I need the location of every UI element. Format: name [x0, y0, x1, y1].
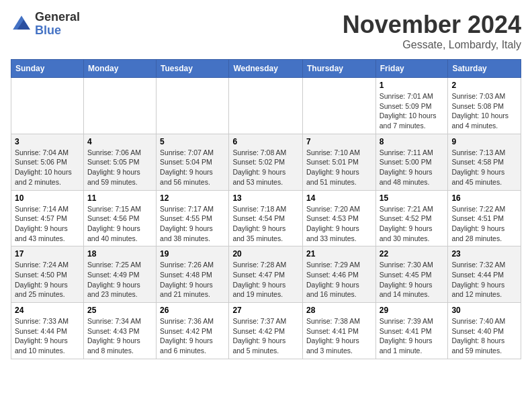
calendar-cell: 13Sunrise: 7:18 AM Sunset: 4:54 PM Dayli… — [229, 190, 303, 246]
calendar-cell: 11Sunrise: 7:15 AM Sunset: 4:56 PM Dayli… — [83, 190, 156, 246]
day-number: 11 — [87, 193, 152, 203]
day-info: Sunrise: 7:36 AM Sunset: 4:42 PM Dayligh… — [160, 316, 225, 356]
calendar-cell: 28Sunrise: 7:38 AM Sunset: 4:41 PM Dayli… — [303, 303, 376, 359]
day-number: 30 — [451, 306, 517, 315]
day-number: 2 — [451, 81, 517, 90]
day-number: 7 — [306, 137, 372, 146]
day-number: 21 — [306, 249, 372, 259]
calendar-cell: 21Sunrise: 7:29 AM Sunset: 4:46 PM Dayli… — [303, 246, 376, 303]
weekday-header-saturday: Saturday — [448, 60, 521, 78]
day-number: 14 — [306, 193, 372, 203]
calendar-cell: 29Sunrise: 7:39 AM Sunset: 4:41 PM Dayli… — [375, 303, 448, 359]
calendar-cell: 8Sunrise: 7:11 AM Sunset: 5:00 PM Daylig… — [375, 134, 448, 190]
day-info: Sunrise: 7:20 AM Sunset: 4:53 PM Dayligh… — [306, 204, 372, 244]
day-number: 23 — [451, 249, 517, 259]
calendar-cell: 19Sunrise: 7:26 AM Sunset: 4:48 PM Dayli… — [157, 246, 229, 303]
day-number: 3 — [15, 137, 80, 146]
day-info: Sunrise: 7:06 AM Sunset: 5:05 PM Dayligh… — [87, 148, 152, 187]
day-number: 10 — [15, 193, 80, 203]
day-info: Sunrise: 7:17 AM Sunset: 4:55 PM Dayligh… — [160, 204, 225, 244]
day-number: 15 — [380, 193, 445, 203]
day-info: Sunrise: 7:32 AM Sunset: 4:44 PM Dayligh… — [451, 260, 517, 300]
day-info: Sunrise: 7:21 AM Sunset: 4:52 PM Dayligh… — [380, 204, 445, 244]
month-title: November 2024 — [343, 11, 521, 39]
calendar-cell: 16Sunrise: 7:22 AM Sunset: 4:51 PM Dayli… — [448, 190, 521, 246]
calendar-cell: 10Sunrise: 7:14 AM Sunset: 4:57 PM Dayli… — [11, 190, 84, 246]
calendar-week-3: 10Sunrise: 7:14 AM Sunset: 4:57 PM Dayli… — [11, 190, 521, 246]
calendar-cell: 17Sunrise: 7:24 AM Sunset: 4:50 PM Dayli… — [11, 246, 84, 303]
day-number: 19 — [160, 249, 225, 259]
day-info: Sunrise: 7:08 AM Sunset: 5:02 PM Dayligh… — [232, 148, 299, 187]
day-info: Sunrise: 7:13 AM Sunset: 4:58 PM Dayligh… — [451, 148, 517, 187]
day-number: 27 — [232, 306, 299, 315]
day-info: Sunrise: 7:34 AM Sunset: 4:43 PM Dayligh… — [87, 316, 152, 356]
day-info: Sunrise: 7:39 AM Sunset: 4:41 PM Dayligh… — [380, 316, 445, 356]
calendar-cell: 25Sunrise: 7:34 AM Sunset: 4:43 PM Dayli… — [83, 303, 156, 359]
calendar-cell — [157, 78, 229, 134]
calendar-week-5: 24Sunrise: 7:33 AM Sunset: 4:44 PM Dayli… — [11, 303, 521, 359]
day-number: 20 — [232, 249, 299, 259]
calendar-cell — [303, 78, 376, 134]
calendar-cell: 14Sunrise: 7:20 AM Sunset: 4:53 PM Dayli… — [303, 190, 376, 246]
day-info: Sunrise: 7:24 AM Sunset: 4:50 PM Dayligh… — [15, 260, 80, 300]
day-info: Sunrise: 7:22 AM Sunset: 4:51 PM Dayligh… — [451, 204, 517, 244]
calendar-cell: 18Sunrise: 7:25 AM Sunset: 4:49 PM Dayli… — [83, 246, 156, 303]
calendar-cell: 20Sunrise: 7:28 AM Sunset: 4:47 PM Dayli… — [229, 246, 303, 303]
calendar-cell: 12Sunrise: 7:17 AM Sunset: 4:55 PM Dayli… — [157, 190, 229, 246]
day-number: 9 — [451, 137, 517, 146]
day-info: Sunrise: 7:03 AM Sunset: 5:08 PM Dayligh… — [451, 91, 517, 131]
weekday-header-thursday: Thursday — [303, 60, 376, 78]
day-number: 16 — [451, 193, 517, 203]
calendar-cell: 2Sunrise: 7:03 AM Sunset: 5:08 PM Daylig… — [448, 78, 521, 134]
day-number: 28 — [306, 306, 372, 315]
day-number: 17 — [15, 249, 80, 259]
calendar-cell: 6Sunrise: 7:08 AM Sunset: 5:02 PM Daylig… — [229, 134, 303, 190]
calendar-cell: 15Sunrise: 7:21 AM Sunset: 4:52 PM Dayli… — [375, 190, 448, 246]
day-number: 29 — [380, 306, 445, 315]
weekday-header-tuesday: Tuesday — [157, 60, 229, 78]
calendar-cell: 24Sunrise: 7:33 AM Sunset: 4:44 PM Dayli… — [11, 303, 84, 359]
logo-text: General Blue — [35, 11, 80, 38]
day-info: Sunrise: 7:14 AM Sunset: 4:57 PM Dayligh… — [15, 204, 80, 244]
calendar-cell: 22Sunrise: 7:30 AM Sunset: 4:45 PM Dayli… — [375, 246, 448, 303]
title-block: November 2024 Gessate, Lombardy, Italy — [343, 11, 521, 51]
page-header: General Blue November 2024 Gessate, Lomb… — [11, 11, 521, 51]
calendar-cell: 26Sunrise: 7:36 AM Sunset: 4:42 PM Dayli… — [157, 303, 229, 359]
calendar-cell: 4Sunrise: 7:06 AM Sunset: 5:05 PM Daylig… — [83, 134, 156, 190]
day-number: 22 — [380, 249, 445, 259]
calendar-week-2: 3Sunrise: 7:04 AM Sunset: 5:06 PM Daylig… — [11, 134, 521, 190]
day-info: Sunrise: 7:29 AM Sunset: 4:46 PM Dayligh… — [306, 260, 372, 300]
day-info: Sunrise: 7:28 AM Sunset: 4:47 PM Dayligh… — [232, 260, 299, 300]
day-info: Sunrise: 7:15 AM Sunset: 4:56 PM Dayligh… — [87, 204, 152, 244]
day-info: Sunrise: 7:25 AM Sunset: 4:49 PM Dayligh… — [87, 260, 152, 300]
calendar-cell: 3Sunrise: 7:04 AM Sunset: 5:06 PM Daylig… — [11, 134, 84, 190]
calendar-table: SundayMondayTuesdayWednesdayThursdayFrid… — [11, 59, 521, 359]
weekday-header-sunday: Sunday — [11, 60, 84, 78]
day-number: 12 — [160, 193, 225, 203]
day-number: 24 — [15, 306, 80, 315]
calendar-cell: 23Sunrise: 7:32 AM Sunset: 4:44 PM Dayli… — [448, 246, 521, 303]
day-info: Sunrise: 7:07 AM Sunset: 5:04 PM Dayligh… — [160, 148, 225, 187]
location: Gessate, Lombardy, Italy — [343, 39, 521, 51]
day-number: 13 — [232, 193, 299, 203]
logo: General Blue — [11, 11, 80, 38]
logo-icon — [11, 13, 32, 35]
calendar-cell: 1Sunrise: 7:01 AM Sunset: 5:09 PM Daylig… — [375, 78, 448, 134]
calendar-cell: 5Sunrise: 7:07 AM Sunset: 5:04 PM Daylig… — [157, 134, 229, 190]
day-info: Sunrise: 7:37 AM Sunset: 4:42 PM Dayligh… — [232, 316, 299, 356]
day-info: Sunrise: 7:30 AM Sunset: 4:45 PM Dayligh… — [380, 260, 445, 300]
calendar-cell: 9Sunrise: 7:13 AM Sunset: 4:58 PM Daylig… — [448, 134, 521, 190]
day-number: 8 — [380, 137, 445, 146]
day-number: 18 — [87, 249, 152, 259]
day-info: Sunrise: 7:40 AM Sunset: 4:40 PM Dayligh… — [451, 316, 517, 356]
day-number: 6 — [232, 137, 299, 146]
day-info: Sunrise: 7:33 AM Sunset: 4:44 PM Dayligh… — [15, 316, 80, 356]
day-info: Sunrise: 7:04 AM Sunset: 5:06 PM Dayligh… — [15, 148, 80, 187]
calendar-cell: 27Sunrise: 7:37 AM Sunset: 4:42 PM Dayli… — [229, 303, 303, 359]
day-number: 1 — [380, 81, 445, 90]
day-info: Sunrise: 7:11 AM Sunset: 5:00 PM Dayligh… — [380, 148, 445, 187]
day-info: Sunrise: 7:26 AM Sunset: 4:48 PM Dayligh… — [160, 260, 225, 300]
day-number: 4 — [87, 137, 152, 146]
calendar-week-1: 1Sunrise: 7:01 AM Sunset: 5:09 PM Daylig… — [11, 78, 521, 134]
day-info: Sunrise: 7:18 AM Sunset: 4:54 PM Dayligh… — [232, 204, 299, 244]
